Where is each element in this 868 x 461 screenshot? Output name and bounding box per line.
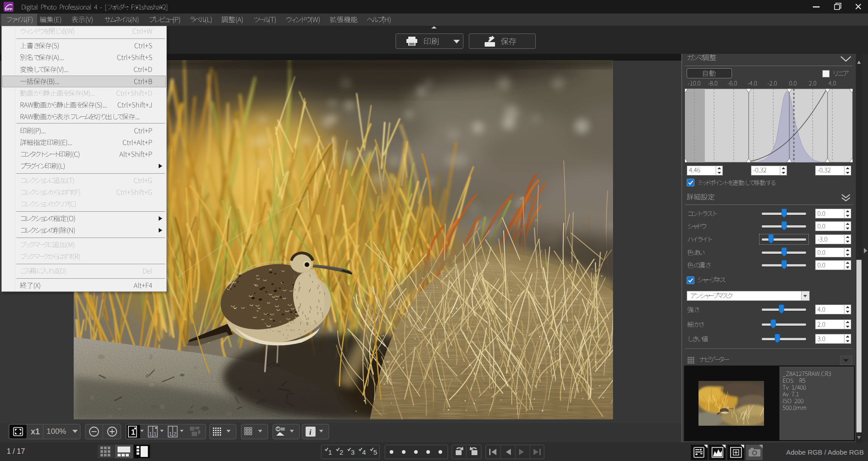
svg-text:!: ! [277, 427, 278, 432]
svg-text:DPP: DPP [5, 7, 13, 11]
svg-text:1: 1 [169, 431, 172, 437]
svg-text:1: 1 [328, 448, 332, 456]
svg-text:3: 3 [351, 448, 354, 456]
svg-text:5: 5 [373, 448, 377, 456]
svg-text:1: 1 [149, 431, 152, 437]
svg-text:i: i [309, 428, 311, 437]
svg-text:1: 1 [154, 431, 156, 437]
svg-text:2: 2 [340, 448, 343, 456]
svg-text:1: 1 [131, 428, 135, 436]
svg-text:4: 4 [362, 448, 366, 456]
svg-text:2: 2 [174, 431, 176, 437]
